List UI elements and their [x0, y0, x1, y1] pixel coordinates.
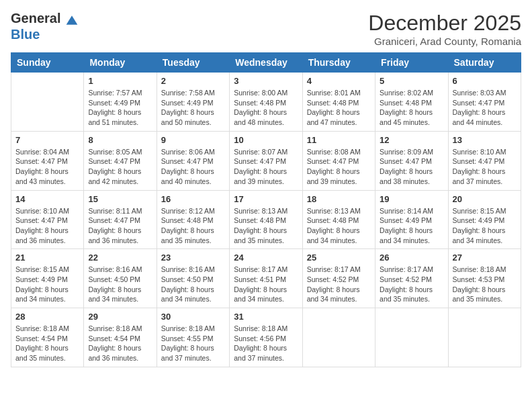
- day-info: Sunrise: 8:00 AMSunset: 4:48 PMDaylight:…: [234, 88, 298, 128]
- day-number: 17: [234, 194, 298, 204]
- day-number: 5: [380, 76, 443, 86]
- day-info: Sunrise: 8:18 AMSunset: 4:55 PMDaylight:…: [161, 324, 225, 363]
- calendar-cell: 17Sunrise: 8:13 AMSunset: 4:48 PMDayligh…: [230, 190, 302, 249]
- day-number: 1: [88, 76, 152, 86]
- calendar-cell: 9Sunrise: 8:06 AMSunset: 4:47 PMDaylight…: [157, 131, 229, 190]
- calendar-cell: 27Sunrise: 8:18 AMSunset: 4:53 PMDayligh…: [448, 249, 521, 308]
- calendar-header-row: SundayMondayTuesdayWednesdayThursdayFrid…: [11, 53, 521, 73]
- weekday-header-tuesday: Tuesday: [157, 53, 229, 73]
- day-number: 24: [234, 253, 298, 263]
- calendar-week-row: 21Sunrise: 8:15 AMSunset: 4:49 PMDayligh…: [11, 249, 521, 308]
- day-number: 26: [380, 253, 443, 263]
- day-number: 14: [15, 194, 79, 204]
- day-number: 8: [88, 135, 152, 145]
- calendar-cell: 5Sunrise: 8:02 AMSunset: 4:48 PMDaylight…: [375, 73, 448, 132]
- calendar-cell: 25Sunrise: 8:17 AMSunset: 4:52 PMDayligh…: [302, 249, 375, 308]
- day-number: 11: [307, 135, 371, 145]
- calendar-cell: 14Sunrise: 8:10 AMSunset: 4:47 PMDayligh…: [11, 190, 84, 249]
- calendar-cell: 3Sunrise: 8:00 AMSunset: 4:48 PMDaylight…: [230, 73, 302, 132]
- day-info: Sunrise: 8:06 AMSunset: 4:47 PMDaylight:…: [161, 147, 225, 187]
- calendar-cell: 15Sunrise: 8:11 AMSunset: 4:47 PMDayligh…: [84, 190, 157, 249]
- calendar-cell: 16Sunrise: 8:12 AMSunset: 4:48 PMDayligh…: [157, 190, 229, 249]
- day-info: Sunrise: 8:11 AMSunset: 4:47 PMDaylight:…: [88, 206, 152, 246]
- day-number: 22: [88, 253, 152, 263]
- day-number: 12: [380, 135, 443, 145]
- calendar-cell: 28Sunrise: 8:18 AMSunset: 4:54 PMDayligh…: [11, 308, 84, 367]
- calendar-week-row: 14Sunrise: 8:10 AMSunset: 4:47 PMDayligh…: [11, 190, 521, 249]
- day-info: Sunrise: 8:18 AMSunset: 4:56 PMDaylight:…: [234, 324, 298, 363]
- weekday-header-monday: Monday: [84, 53, 157, 73]
- day-info: Sunrise: 8:02 AMSunset: 4:48 PMDaylight:…: [380, 88, 443, 128]
- calendar-cell: 8Sunrise: 8:05 AMSunset: 4:47 PMDaylight…: [84, 131, 157, 190]
- calendar-cell: 24Sunrise: 8:17 AMSunset: 4:51 PMDayligh…: [230, 249, 302, 308]
- calendar-cell: 20Sunrise: 8:15 AMSunset: 4:49 PMDayligh…: [448, 190, 521, 249]
- day-info: Sunrise: 8:18 AMSunset: 4:54 PMDaylight:…: [88, 324, 152, 363]
- day-number: 25: [307, 253, 371, 263]
- calendar-week-row: 1Sunrise: 7:57 AMSunset: 4:49 PMDaylight…: [11, 73, 521, 132]
- day-number: 3: [234, 76, 298, 86]
- day-info: Sunrise: 8:07 AMSunset: 4:47 PMDaylight:…: [234, 147, 298, 187]
- logo-blue: Blue: [11, 27, 79, 42]
- weekday-header-wednesday: Wednesday: [230, 53, 302, 73]
- calendar-cell: [375, 308, 448, 367]
- day-number: 28: [15, 312, 79, 322]
- logo-general: General: [11, 11, 79, 27]
- calendar-cell: 13Sunrise: 8:10 AMSunset: 4:47 PMDayligh…: [448, 131, 521, 190]
- day-number: 16: [161, 194, 225, 204]
- calendar-cell: 1Sunrise: 7:57 AMSunset: 4:49 PMDaylight…: [84, 73, 157, 132]
- day-number: 10: [234, 135, 298, 145]
- day-number: 6: [453, 76, 517, 86]
- day-info: Sunrise: 8:13 AMSunset: 4:48 PMDaylight:…: [234, 206, 298, 246]
- day-info: Sunrise: 8:09 AMSunset: 4:47 PMDaylight:…: [380, 147, 443, 187]
- calendar-cell: 26Sunrise: 8:17 AMSunset: 4:52 PMDayligh…: [375, 249, 448, 308]
- day-info: Sunrise: 8:05 AMSunset: 4:47 PMDaylight:…: [88, 147, 152, 187]
- day-info: Sunrise: 8:14 AMSunset: 4:49 PMDaylight:…: [380, 206, 443, 246]
- day-number: 15: [88, 194, 152, 204]
- title-section: December 2025 Graniceri, Arad County, Ro…: [368, 11, 521, 47]
- day-number: 31: [234, 312, 298, 322]
- calendar-cell: [302, 308, 375, 367]
- calendar-cell: 23Sunrise: 8:16 AMSunset: 4:50 PMDayligh…: [157, 249, 229, 308]
- calendar-cell: 10Sunrise: 8:07 AMSunset: 4:47 PMDayligh…: [230, 131, 302, 190]
- svg-marker-0: [66, 15, 78, 24]
- calendar-cell: [448, 308, 521, 367]
- calendar-table: SundayMondayTuesdayWednesdayThursdayFrid…: [11, 52, 521, 367]
- month-title: December 2025: [368, 11, 521, 36]
- weekday-header-thursday: Thursday: [302, 53, 375, 73]
- day-number: 19: [380, 194, 443, 204]
- day-info: Sunrise: 8:16 AMSunset: 4:50 PMDaylight:…: [88, 265, 152, 304]
- day-info: Sunrise: 8:17 AMSunset: 4:51 PMDaylight:…: [234, 265, 298, 304]
- logo: General Blue: [11, 11, 79, 42]
- calendar-cell: 6Sunrise: 8:03 AMSunset: 4:47 PMDaylight…: [448, 73, 521, 132]
- page-header: General Blue December 2025 Graniceri, Ar…: [11, 11, 521, 47]
- day-info: Sunrise: 8:10 AMSunset: 4:47 PMDaylight:…: [453, 147, 517, 187]
- logo-arrow-icon: [65, 13, 79, 27]
- day-info: Sunrise: 8:04 AMSunset: 4:47 PMDaylight:…: [15, 147, 79, 187]
- day-info: Sunrise: 8:16 AMSunset: 4:50 PMDaylight:…: [161, 265, 225, 304]
- calendar-cell: 18Sunrise: 8:13 AMSunset: 4:48 PMDayligh…: [302, 190, 375, 249]
- calendar-cell: 2Sunrise: 7:58 AMSunset: 4:49 PMDaylight…: [157, 73, 229, 132]
- location: Graniceri, Arad County, Romania: [368, 36, 521, 47]
- day-info: Sunrise: 7:57 AMSunset: 4:49 PMDaylight:…: [88, 88, 152, 128]
- day-info: Sunrise: 8:13 AMSunset: 4:48 PMDaylight:…: [307, 206, 371, 246]
- day-info: Sunrise: 8:18 AMSunset: 4:54 PMDaylight:…: [15, 324, 79, 363]
- day-number: 4: [307, 76, 371, 86]
- day-info: Sunrise: 8:18 AMSunset: 4:53 PMDaylight:…: [453, 265, 517, 304]
- calendar-cell: 19Sunrise: 8:14 AMSunset: 4:49 PMDayligh…: [375, 190, 448, 249]
- calendar-cell: [11, 73, 84, 132]
- calendar-week-row: 28Sunrise: 8:18 AMSunset: 4:54 PMDayligh…: [11, 308, 521, 367]
- day-info: Sunrise: 7:58 AMSunset: 4:49 PMDaylight:…: [161, 88, 225, 128]
- calendar-cell: 21Sunrise: 8:15 AMSunset: 4:49 PMDayligh…: [11, 249, 84, 308]
- day-info: Sunrise: 8:10 AMSunset: 4:47 PMDaylight:…: [15, 206, 79, 246]
- day-info: Sunrise: 8:15 AMSunset: 4:49 PMDaylight:…: [15, 265, 79, 304]
- day-number: 23: [161, 253, 225, 263]
- day-number: 21: [15, 253, 79, 263]
- day-info: Sunrise: 8:12 AMSunset: 4:48 PMDaylight:…: [161, 206, 225, 246]
- calendar-week-row: 7Sunrise: 8:04 AMSunset: 4:47 PMDaylight…: [11, 131, 521, 190]
- day-number: 27: [453, 253, 517, 263]
- day-number: 9: [161, 135, 225, 145]
- day-info: Sunrise: 8:08 AMSunset: 4:47 PMDaylight:…: [307, 147, 371, 187]
- calendar-cell: 29Sunrise: 8:18 AMSunset: 4:54 PMDayligh…: [84, 308, 157, 367]
- day-number: 30: [161, 312, 225, 322]
- day-number: 20: [453, 194, 517, 204]
